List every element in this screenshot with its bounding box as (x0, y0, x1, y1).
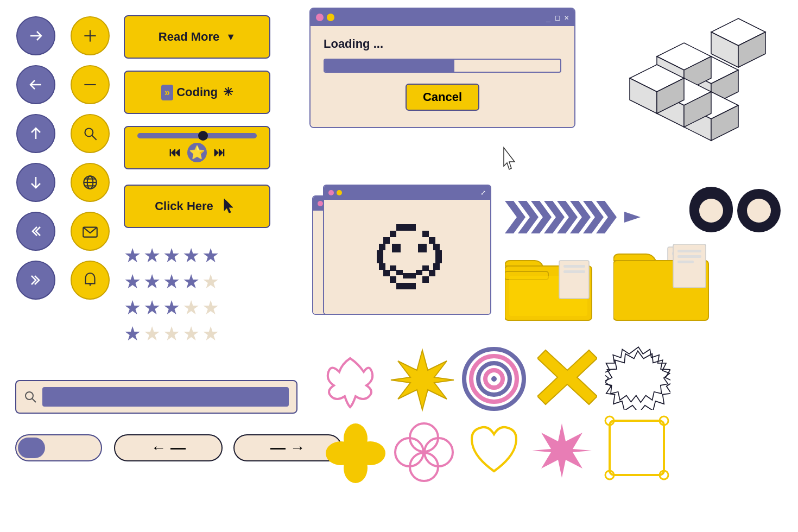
star-1-4[interactable]: ★ (182, 244, 200, 267)
chevron-arrows (505, 195, 668, 239)
media-player-button[interactable]: ⏮ ⭐ ⏭ (124, 126, 270, 169)
loading-text: Loading ... (324, 37, 561, 51)
media-controls: ⏮ ⭐ ⏭ (169, 143, 225, 162)
four-petal-svg (326, 423, 385, 483)
stars-row-2: ★ ★ ★ ★ ★ (124, 270, 219, 293)
star-3-4[interactable]: ★ (182, 296, 200, 319)
svg-rect-36 (390, 276, 396, 283)
svg-point-93 (491, 376, 497, 382)
svg-rect-47 (403, 273, 416, 278)
clover-pink (394, 422, 454, 484)
mail-button[interactable] (71, 212, 110, 251)
svg-rect-34 (383, 270, 390, 276)
svg-point-98 (326, 441, 356, 465)
folder-open[interactable] (505, 255, 597, 328)
x-cross-svg (537, 347, 597, 407)
star-2-5[interactable]: ★ (202, 270, 219, 293)
star-2-4[interactable]: ★ (182, 270, 200, 293)
star-2-1[interactable]: ★ (124, 270, 141, 293)
click-here-button[interactable]: Click Here (124, 185, 270, 228)
down-arrow-button[interactable] (16, 163, 55, 202)
svg-rect-28 (377, 250, 383, 257)
svg-rect-45 (396, 270, 403, 275)
toggle-handle (18, 438, 45, 458)
left-indicator: — (270, 439, 286, 457)
left-arrow-button[interactable] (16, 65, 55, 104)
right-double-arrow-icon: → (290, 439, 305, 457)
slider-handle[interactable] (198, 131, 208, 141)
pixel-dot-f1 (328, 190, 334, 195)
svg-point-99 (355, 441, 385, 465)
svg-rect-26 (379, 244, 385, 250)
cancel-container: Cancel (324, 84, 561, 111)
svg-rect-23 (422, 231, 429, 237)
coding-button[interactable]: » Coding ✳ (124, 71, 270, 114)
plus-button[interactable] (71, 16, 110, 55)
star-1-2[interactable]: ★ (143, 244, 161, 267)
folder-with-paper[interactable] (613, 244, 717, 328)
search-bar[interactable] (15, 380, 297, 414)
double-left-button[interactable] (16, 212, 55, 251)
svg-rect-80 (563, 270, 585, 273)
star-3-2[interactable]: ★ (143, 296, 161, 319)
loading-body: Loading ... Cancel (311, 26, 574, 127)
concentric-svg (461, 346, 527, 411)
toggle-pill[interactable] (15, 434, 102, 461)
prev-icon[interactable]: ⏮ (169, 145, 181, 160)
coding-chevron-icon: » (161, 85, 173, 100)
read-more-button[interactable]: Read More ▼ (124, 15, 270, 59)
svg-rect-29 (435, 250, 442, 257)
minus-button[interactable] (71, 65, 110, 104)
left-arrow-pill[interactable]: ← — (114, 434, 223, 461)
star-1-5[interactable]: ★ (202, 244, 219, 267)
cursor-icon (220, 197, 239, 216)
ornate-badge-yellow (601, 413, 672, 485)
star-2-3[interactable]: ★ (163, 270, 180, 293)
bell-button[interactable] (71, 261, 110, 300)
next-icon[interactable]: ⏭ (213, 145, 225, 160)
star-4-2[interactable]: ★ (143, 322, 161, 345)
search-input-field[interactable] (42, 387, 289, 407)
svg-rect-43 (390, 265, 396, 271)
star-1-1[interactable]: ★ (124, 244, 141, 267)
star-1-3[interactable]: ★ (163, 244, 180, 267)
svg-point-100 (410, 423, 438, 452)
search-circle-button[interactable] (71, 114, 110, 153)
svg-rect-21 (409, 224, 416, 231)
svg-rect-44 (422, 265, 429, 271)
concentric-circles (461, 346, 527, 414)
svg-marker-95 (605, 351, 670, 410)
star-4-4[interactable]: ★ (182, 322, 200, 345)
expand-icon-f: ⤢ (480, 189, 486, 197)
four-petal-yellow (326, 423, 385, 485)
svg-point-102 (395, 438, 423, 466)
progress-bar-track (324, 59, 561, 73)
svg-rect-33 (433, 263, 440, 270)
star-4-3[interactable]: ★ (163, 322, 180, 345)
star-3-5[interactable]: ★ (202, 296, 219, 319)
star-4-5[interactable]: ★ (202, 322, 219, 345)
svg-rect-24 (383, 237, 390, 244)
svg-rect-42 (418, 244, 427, 252)
loading-titlebar: _ □ ✕ (311, 9, 574, 26)
double-right-button[interactable] (16, 261, 55, 300)
right-arrow-button[interactable] (16, 16, 55, 55)
chevron-group (505, 195, 668, 239)
click-here-label: Click Here (155, 199, 213, 213)
eye-shapes (689, 179, 781, 232)
pixel-titlebar-front: ⤢ (324, 186, 490, 200)
pixel-window-front: ⤢ (323, 185, 491, 315)
coding-label: Coding (176, 85, 218, 99)
star-center-icon: ⭐ (187, 143, 207, 162)
star-2-2[interactable]: ★ (143, 270, 161, 293)
clover-svg (394, 422, 454, 482)
star-3-3[interactable]: ★ (163, 296, 180, 319)
cancel-button[interactable]: Cancel (406, 84, 479, 111)
up-arrow-button[interactable] (16, 114, 55, 153)
globe-button[interactable] (71, 163, 110, 202)
svg-rect-31 (435, 257, 442, 263)
svg-rect-22 (390, 231, 396, 237)
star-3-1[interactable]: ★ (124, 296, 141, 319)
svg-rect-85 (677, 250, 701, 252)
star-4-1[interactable]: ★ (124, 322, 141, 345)
